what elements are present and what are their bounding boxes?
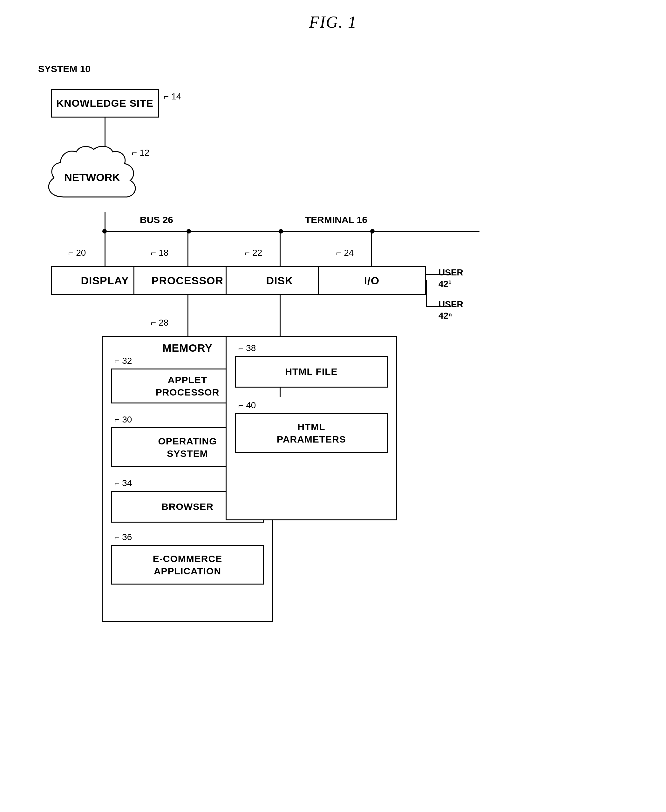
ecommerce-box: E-COMMERCE APPLICATION [111,545,264,585]
line-to-display [104,231,106,266]
ref-36: ⌐ 36 [114,532,132,542]
processor-box: PROCESSOR [134,266,241,295]
bus-line [104,231,480,232]
line-io-usern [426,306,451,307]
ref-22: ⌐ 22 [245,248,262,258]
svg-text:NETWORK: NETWORK [64,171,120,183]
line-io-user1 [426,274,451,275]
line-to-disk [280,231,280,266]
line-storage-inner [280,387,280,397]
user1-label: USER 42¹ [439,267,463,290]
usern-label: USER 42ⁿ [439,299,463,322]
line-proc-mem [188,295,188,336]
html-params-box: HTML PARAMETERS [235,413,387,453]
line-to-io [371,231,372,266]
ref-12: ⌐ 12 [132,148,149,158]
terminal-label: TERMINAL 16 [305,214,367,225]
ref-40: ⌐ 40 [238,400,256,410]
line-to-processor [188,231,188,266]
html-file-box: HTML FILE [235,356,387,387]
page-title: FIG. 1 [0,13,666,31]
line-io-users-v [426,280,427,306]
ref-24: ⌐ 24 [336,248,354,258]
ref-30: ⌐ 30 [114,415,132,425]
io-box: I/O [318,266,426,295]
line-net-bus [104,212,106,231]
network-cloud: NETWORK [38,143,146,213]
ref-34: ⌐ 34 [114,478,132,488]
bus-label: BUS 26 [140,214,173,225]
system-label: SYSTEM 10 [38,64,91,74]
ref-32: ⌐ 32 [114,356,132,366]
ref-14: ⌐ 14 [164,92,181,102]
ref-28: ⌐ 28 [151,318,168,328]
ref-18: ⌐ 18 [151,248,168,258]
knowledge-site-box: KNOWLEDGE SITE [51,89,159,117]
ref-38: ⌐ 38 [238,343,256,353]
ref-20: ⌐ 20 [68,248,86,258]
disk-box: DISK [226,266,334,295]
line-disk-storage [280,295,280,336]
